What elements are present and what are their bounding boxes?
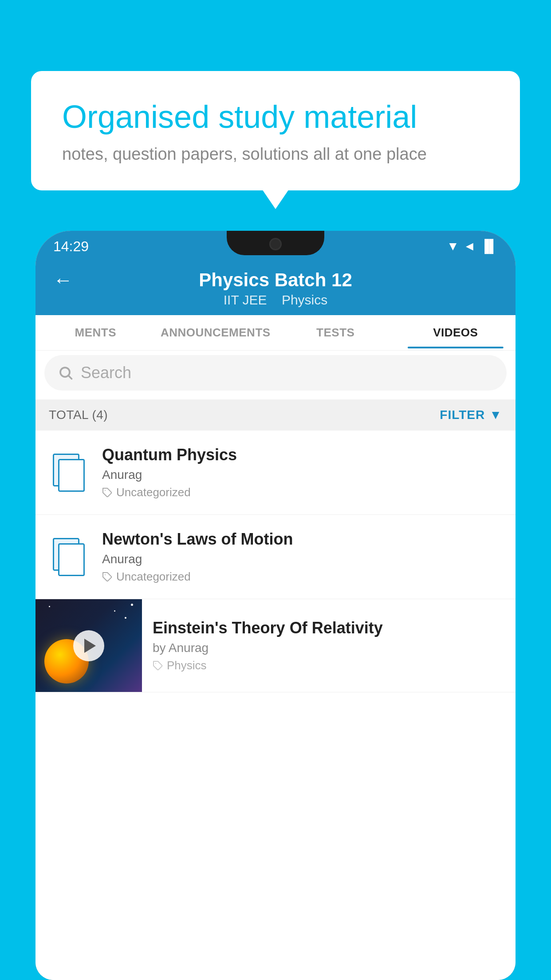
- list-item[interactable]: Quantum Physics Anurag Uncategorized: [35, 431, 516, 515]
- speech-bubble: Organised study material notes, question…: [31, 71, 520, 190]
- signal-icon: ◄: [464, 239, 476, 253]
- video-author: Anurag: [102, 552, 502, 566]
- speech-bubble-container: Organised study material notes, question…: [31, 71, 520, 190]
- page-title: Physics Batch 12: [199, 269, 352, 291]
- tab-ments[interactable]: MENTS: [35, 317, 156, 348]
- search-placeholder: Search: [81, 364, 131, 382]
- search-icon: [58, 365, 74, 381]
- video-info: Quantum Physics Anurag Uncategorized: [102, 446, 502, 499]
- status-icons: ▼ ◄ ▐▌: [447, 239, 498, 253]
- video-tag: Uncategorized: [102, 486, 502, 499]
- tag-label: Uncategorized: [116, 570, 191, 584]
- tab-videos[interactable]: VIDEOS: [396, 317, 516, 348]
- list-item[interactable]: Einstein's Theory Of Relativity by Anura…: [35, 599, 516, 692]
- speech-bubble-subtitle: notes, question papers, solutions all at…: [62, 145, 489, 164]
- video-author: Anurag: [102, 468, 502, 482]
- video-title: Einstein's Theory Of Relativity: [153, 619, 507, 637]
- doc-page-front: [58, 459, 85, 492]
- back-button[interactable]: ←: [53, 269, 73, 291]
- tag-icon: [102, 572, 113, 582]
- video-title: Quantum Physics: [102, 446, 502, 464]
- play-button[interactable]: [73, 630, 104, 661]
- battery-icon: ▐▌: [480, 239, 498, 253]
- doc-icon-container: [49, 537, 89, 577]
- app-header: ← Physics Batch 12 IIT JEE Physics: [35, 262, 516, 315]
- tab-announcements[interactable]: ANNOUNCEMENTS: [156, 317, 276, 348]
- video-tag: Physics: [153, 659, 507, 672]
- tag-icon: [153, 660, 163, 671]
- batch-tag-physics: Physics: [282, 292, 327, 307]
- wifi-icon: ▼: [447, 239, 459, 253]
- search-bar[interactable]: Search: [44, 355, 507, 391]
- video-info: Einstein's Theory Of Relativity by Anura…: [142, 610, 516, 681]
- video-title: Newton's Laws of Motion: [102, 530, 502, 549]
- tabs-bar: MENTS ANNOUNCEMENTS TESTS VIDEOS: [35, 315, 516, 351]
- speech-bubble-title: Organised study material: [62, 98, 489, 136]
- video-author: by Anurag: [153, 641, 507, 655]
- batch-tag-iit: IIT JEE: [224, 292, 267, 307]
- tab-tests[interactable]: TESTS: [276, 317, 396, 348]
- filter-label: FILTER: [440, 408, 485, 422]
- status-time: 14:29: [53, 238, 89, 255]
- list-item[interactable]: Newton's Laws of Motion Anurag Uncategor…: [35, 515, 516, 599]
- tag-icon: [102, 487, 113, 498]
- phone-notch: [227, 231, 324, 255]
- tag-label: Uncategorized: [116, 486, 191, 499]
- total-label: TOTAL (4): [49, 408, 108, 422]
- filter-row: TOTAL (4) FILTER ▼: [35, 399, 516, 431]
- video-tag: Uncategorized: [102, 570, 502, 584]
- svg-line-1: [69, 376, 72, 379]
- filter-icon: ▼: [489, 408, 502, 422]
- doc-page-front: [58, 543, 85, 576]
- filter-button[interactable]: FILTER ▼: [440, 408, 502, 422]
- video-info: Newton's Laws of Motion Anurag Uncategor…: [102, 530, 502, 584]
- phone-frame: 14:29 ▼ ◄ ▐▌ ← Physics Batch 12 IIT JEE …: [35, 231, 516, 980]
- page-subtitle: IIT JEE Physics: [224, 292, 328, 308]
- play-triangle-icon: [84, 639, 96, 653]
- phone-camera: [269, 238, 282, 250]
- phone-screen: 14:29 ▼ ◄ ▐▌ ← Physics Batch 12 IIT JEE …: [35, 231, 516, 980]
- tag-label: Physics: [167, 659, 207, 672]
- video-list: Quantum Physics Anurag Uncategorized: [35, 431, 516, 980]
- doc-icon: [53, 538, 85, 576]
- doc-icon-container: [49, 453, 89, 493]
- app-header-row: ← Physics Batch 12: [35, 269, 516, 291]
- video-thumbnail: [35, 599, 142, 692]
- doc-icon: [53, 454, 85, 492]
